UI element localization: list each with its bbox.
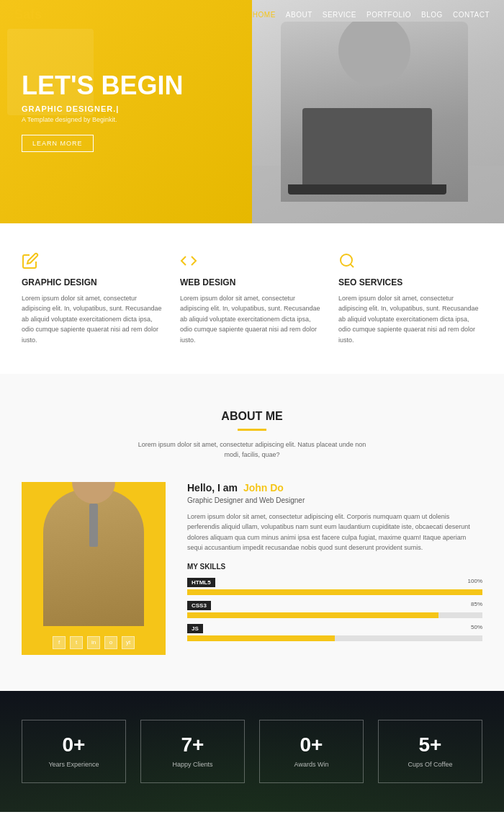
facebook-icon[interactable]: f [53,636,66,649]
skill-name-html: HTML5 [187,578,215,587]
search-icon [338,252,482,272]
nav-service[interactable]: SERVICE [323,11,356,19]
hero-cta-button[interactable]: LEARN MORE [22,135,94,152]
skill-js: JS 50% [187,624,482,641]
skill-bar-html [187,589,482,595]
service-title-seo: SEO SERVICES [338,277,482,287]
skill-bar-bg-js [187,635,482,641]
about-name: John Do [243,482,284,494]
stat-label-coffee: Cups of Coffee [396,761,464,768]
stat-awards: 0+ Awards Win [259,720,364,783]
hero-section: LET'S BEGIN GRAPHIC DESIGNER.| A Templat… [0,0,504,223]
stat-number-experience: 0+ [40,735,108,755]
service-text-seo: Lorem ipsum dolor sit amet, consectetur … [338,293,482,345]
nav-contact[interactable]: CONTACT [453,11,490,19]
service-title-web: WEB DESIGN [180,277,324,287]
hero-title: LET'S BEGIN [22,71,230,100]
stat-experience: 0+ Years Experience [22,720,126,783]
skill-pct-html: 100% [468,578,482,587]
about-title: ABOUT ME [22,410,482,423]
skill-pct-css: 85% [471,601,482,610]
stats-section: 0+ Years Experience 7+ Happy Clients 0+ … [0,691,504,812]
skill-name-css: CSS3 [187,601,211,610]
brand-logo[interactable]: Safs [14,7,42,22]
instagram-icon[interactable]: o [104,636,117,649]
skill-css: CSS3 85% [187,601,482,618]
about-underline [238,429,266,431]
greeting-text: Hello, I am [187,482,238,494]
stat-number-clients: 7+ [158,735,227,755]
service-web-design: WEB DESIGN Lorem ipsum dolor sit amet, c… [180,252,324,345]
service-text-graphic: Lorem ipsum dolor sit amet, consectetur … [22,293,166,345]
stat-label-experience: Years Experience [40,761,108,768]
about-content: f t in o yt Hello, I am John Do Graphic … [22,482,482,655]
hero-image [252,0,504,223]
skills-list: HTML5 100% CSS3 85% [187,578,482,641]
service-seo: SEO SERVICES Lorem ipsum dolor sit amet,… [338,252,482,345]
stat-number-awards: 0+ [277,735,346,755]
stat-clients: 7+ Happy Clients [140,720,245,783]
stat-coffee: 5+ Cups of Coffee [378,720,482,783]
hero-subtitle: GRAPHIC DESIGNER.| [22,104,230,113]
about-role: Graphic Designer and Web Designer [187,496,482,504]
nav-links: HOME ABOUT SERVICE PORTFOLIO BLOG CONTAC… [253,11,490,19]
services-grid: GRAPHIC DESIGN Lorem ipsum dolor sit ame… [22,252,482,345]
skill-name-js: JS [187,624,203,633]
about-bio: Lorem ipsum dolor sit amet, consectetur … [187,512,482,553]
stat-label-clients: Happy Clients [158,761,227,768]
about-description: Lorem ipsum dolor sit amet, consectetur … [137,439,367,460]
hero-left: LET'S BEGIN GRAPHIC DESIGNER.| A Templat… [0,0,252,223]
about-greeting: Hello, I am John Do [187,482,482,494]
nav-about[interactable]: ABOUT [286,11,312,19]
about-header: ABOUT ME Lorem ipsum dolor sit amet, con… [22,410,482,460]
service-graphic-design: GRAPHIC DESIGN Lorem ipsum dolor sit ame… [22,252,166,345]
skill-html: HTML5 100% [187,578,482,595]
about-photo: f t in o yt [22,482,166,655]
skill-bar-bg-css [187,612,482,618]
svg-line-1 [351,264,354,267]
edit-icon [22,252,166,272]
stat-label-awards: Awards Win [277,761,346,768]
skill-pct-js: 50% [471,624,482,633]
skill-bar-css [187,612,438,618]
skills-title: MY SKILLS [187,563,482,571]
code-icon [180,252,324,272]
linkedin-icon[interactable]: in [87,636,100,649]
stats-grid: 0+ Years Experience 7+ Happy Clients 0+ … [22,720,482,783]
svg-point-0 [341,254,352,266]
twitter-icon[interactable]: t [70,636,83,649]
about-text-block: Hello, I am John Do Graphic Designer and… [187,482,482,648]
skill-bar-js [187,635,335,641]
youtube-icon[interactable]: yt [122,636,135,649]
nav-blog[interactable]: BLOG [421,11,443,19]
navbar: Safs HOME ABOUT SERVICE PORTFOLIO BLOG C… [0,0,504,30]
social-icons: f t in o yt [22,636,166,649]
service-bottom-section: SERVICE Lorem ipsum dolor sit amet, cons… [0,812,504,817]
service-text-web: Lorem ipsum dolor sit amet, consectetur … [180,293,324,345]
about-section: ABOUT ME Lorem ipsum dolor sit amet, con… [0,374,504,691]
service-title-graphic: GRAPHIC DESIGN [22,277,166,287]
stat-number-coffee: 5+ [396,735,464,755]
skill-bar-bg-html [187,589,482,595]
hero-description: A Template designed by Beginkit. [22,116,230,123]
nav-home[interactable]: HOME [253,11,276,19]
nav-portfolio[interactable]: PORTFOLIO [366,11,411,19]
services-section: GRAPHIC DESIGN Lorem ipsum dolor sit ame… [0,223,504,374]
hero-content: LET'S BEGIN GRAPHIC DESIGNER.| A Templat… [22,71,230,152]
